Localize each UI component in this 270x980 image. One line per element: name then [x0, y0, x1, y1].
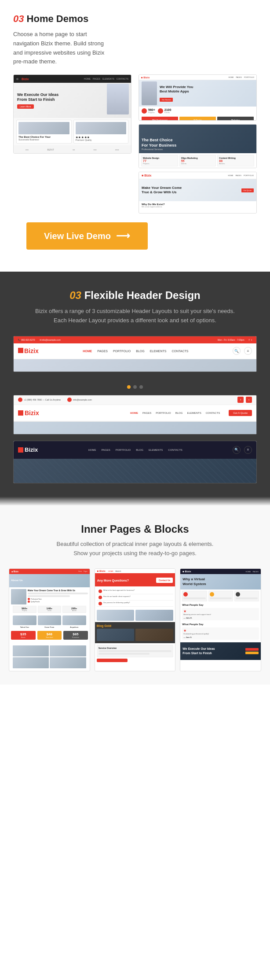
pt1-people-3	[13, 657, 49, 668]
pt3-service-2	[208, 591, 233, 601]
pt1-header: ■ Bizix Home Pages	[9, 569, 90, 574]
hm1-nav-home[interactable]: HOME	[83, 350, 92, 353]
inner-pages-title: Inner Pages & Blocks	[9, 523, 261, 535]
thumb-header-bar: Bizix HOME PAGES ELEMENTS CONTACTS	[14, 75, 131, 83]
hm1-nav-portfolio[interactable]: PORTFOLIO	[113, 350, 131, 353]
stat-num-1: 560+	[148, 108, 155, 111]
mini-logo-1: ■ Bizix	[141, 76, 150, 79]
hm1-cart-icon[interactable]: ≡	[244, 347, 252, 355]
home-demos-description: Choose a home page to start navigation B…	[13, 30, 110, 66]
hm2-hero-partial	[14, 422, 256, 434]
thumb-footer: ▪▪▪▪ BIZKIT ▪▪▪ ▪▪▪▪ ▪▪▪▪▪	[14, 145, 131, 154]
pt2-logo: ■ Bizix	[97, 570, 106, 572]
hm2-nav-elements[interactable]: ELEMENTS	[187, 412, 201, 414]
thumb-card-text-1: Successful Business!	[18, 138, 69, 141]
hm2-nav-contacts[interactable]: CONTACTS	[206, 412, 220, 414]
stat-text-1: 560+ Projects	[148, 108, 155, 114]
hm2-logo-sq	[18, 410, 23, 416]
pt3-service-row	[182, 591, 259, 601]
demo-nav-home: HOME	[228, 174, 233, 177]
hm3-nav-contacts[interactable]: CONTACTS	[168, 449, 182, 451]
hm1-nav-blog[interactable]: BLOG	[136, 350, 144, 353]
hm1-search-icon[interactable]: 🔍	[233, 347, 241, 355]
hm3-logo-sq	[18, 447, 23, 453]
hm3-nav-blog[interactable]: BLOG	[136, 449, 143, 451]
pt2-faq-text-2: How do we handle client requests?	[103, 595, 131, 598]
page-thumb-about: ■ Bizix Home Pages About Us Make Your Dr…	[9, 568, 90, 671]
right-demo-column: ■ Bizix HOME PAGES PORTFOLIO We Will Pro…	[139, 74, 257, 214]
mid-service-3: Content Writing 88 Articles	[217, 155, 254, 166]
pt1-member-1: Talent Can	[13, 615, 36, 628]
hm2-nav-portfolio[interactable]: PORTFOLIO	[156, 412, 171, 414]
thumb-hero-image	[107, 84, 129, 114]
pt3-hero: Why a VirtualWorld System	[180, 574, 261, 589]
pt2-nav: HOME PAGES	[108, 570, 121, 572]
hm2-email-info: info@example.com	[67, 398, 92, 402]
hm3-nav-portfolio[interactable]: PORTFOLIO	[116, 449, 131, 451]
pt2-content: What is the best approach for business? …	[95, 586, 175, 608]
header-logo-sq	[16, 78, 18, 80]
pt1-check-1: Professional Team	[28, 598, 88, 600]
pt1-member-name-1: Talent Can	[13, 626, 36, 628]
view-live-demo-button[interactable]: View Live Demo ⟶	[26, 222, 148, 250]
pt1-content: Make Your Dream Come True & Grow With Us…	[9, 587, 90, 643]
pt1-people-1	[13, 645, 49, 656]
hm2-phone-info: +1 (888) 456 7890 — Call Us Anytime	[18, 398, 61, 402]
hm2-nav-home[interactable]: HOME	[130, 412, 138, 414]
hm3-nav-home[interactable]: HOME	[88, 449, 96, 451]
pt1-member-name-3: Anywhere	[62, 626, 86, 628]
pt1-line-1	[28, 593, 88, 594]
left-demo-column: Bizix HOME PAGES ELEMENTS CONTACTS We Ex…	[13, 74, 131, 214]
mid-service-num-3: 88	[219, 159, 252, 162]
pt1-check-text-2: Quality Results	[31, 601, 40, 603]
thumb-cards-row: The Best Choice For Your Successful Busi…	[14, 118, 131, 145]
pt1-nav-2: Pages	[84, 571, 88, 572]
stat-label-2: Clients	[164, 111, 171, 114]
arrow-icon: ⟶	[116, 230, 130, 242]
hm3-nav-pages[interactable]: PAGES	[101, 449, 110, 451]
hm3-nav-elements[interactable]: ELEMENTS	[149, 449, 163, 451]
pt1-stat-lbl-1: Projects	[14, 610, 35, 612]
hero-pattern	[14, 459, 256, 483]
hm2-get-quote-btn[interactable]: Get A Quote	[229, 410, 252, 416]
pt1-price-3: $65 Premium	[63, 631, 88, 640]
header-section-title-text: Flexible Header Design	[84, 289, 201, 301]
footer-item-5: ▪▪▪▪▪	[115, 148, 119, 151]
hm1-nav-links: HOME PAGES PORTFOLIO BLOG ELEMENTS CONTA…	[83, 350, 188, 353]
pt3-service-text-3	[236, 597, 258, 599]
hm1-nav-pages[interactable]: PAGES	[97, 350, 108, 353]
header-mockups-container: 📞 800-915-6270 ✉ info@example.com Mon - …	[13, 336, 257, 483]
pt3-bottom-hero: We Execute Our IdeasFrom Start to Finish	[180, 642, 261, 660]
hm3-menu-icon[interactable]: ≡	[244, 446, 252, 454]
pt1-line-2	[28, 595, 70, 597]
mini-nav-item: HOME	[228, 76, 234, 78]
pt2-nav-home: HOME	[108, 570, 113, 572]
pt3-service-text-1	[183, 597, 205, 599]
hm2-social-t[interactable]: t	[246, 397, 252, 403]
thumb-nav: HOME PAGES ELEMENTS CONTACTS	[84, 77, 128, 80]
hm2-email-text: info@example.com	[73, 398, 92, 401]
hm2-nav-pages[interactable]: PAGES	[142, 412, 151, 414]
thumb-card-img-1	[18, 122, 69, 134]
pt3-test-author-1: — John D.	[183, 617, 258, 619]
service-btn-marketing: Marketing	[217, 117, 254, 121]
hm2-social-f[interactable]: f	[237, 397, 244, 403]
pt1-stat-3: 295+ Awards	[62, 606, 86, 613]
pt2-faq-text-3: Our process for delivering quality?	[103, 601, 130, 604]
stat-item-2: 2100 Clients	[158, 108, 171, 114]
pt2-blog-title: Blog Gold	[97, 624, 174, 627]
hm2-nav-blog[interactable]: BLOG	[175, 412, 183, 414]
hm1-nav-contacts[interactable]: CONTACTS	[171, 350, 188, 353]
stat-num-2: 2100	[164, 108, 171, 111]
mid-service-2: Oligo Marketing 55 Clients	[179, 155, 216, 166]
hm3-nav-icons: 🔍 ≡	[233, 446, 252, 454]
demo-hero-2: The Best ChoiceFor Your Business Profess…	[139, 125, 256, 153]
hm1-nav-elements[interactable]: ELEMENTS	[150, 350, 167, 353]
hm1-social-f: f	[249, 339, 250, 341]
pt3-service-icon-3	[236, 592, 240, 597]
hm3-search-icon[interactable]: 🔍	[233, 446, 241, 454]
hm1-hours: Mon - Fri: 9:00am - 7:00pm	[218, 339, 244, 341]
demo-hero-3-btn: Get Quote	[241, 188, 254, 192]
demo-hero-title: We Will Provide YouBest Mobile Apps	[160, 85, 254, 94]
demo-nav-portfolio: PORTFOLIO	[244, 174, 254, 177]
